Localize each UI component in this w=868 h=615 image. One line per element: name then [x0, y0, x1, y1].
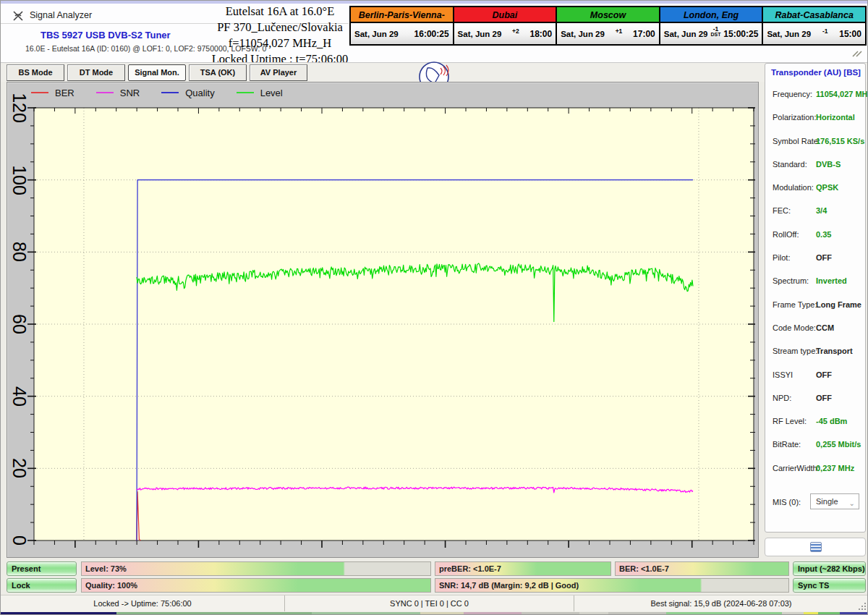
clock-utc-offset: +1 — [616, 29, 623, 34]
transponder-row: RollOff:0.35 — [765, 224, 867, 247]
transponder-field-value: 0,255 Mbit/s — [816, 440, 861, 449]
status-bar: Locked -> Uptime: 75:06:00 SYNC 0 | TEI … — [1, 595, 868, 611]
transponder-field-value: 0,237 MHz — [816, 464, 854, 472]
transponder-field-label: FEC: — [773, 206, 791, 215]
header: Signal Analyzer TBS 5927 USB DVB-S2 Tune… — [1, 4, 868, 62]
sliver-segment — [522, 612, 579, 615]
clock-utc-offset: +2 — [512, 29, 519, 34]
transponder-field-value: OFF — [816, 394, 832, 402]
transponder-field-value: CCM — [816, 323, 834, 332]
clock-date: Sat, Jun 29 — [458, 30, 502, 38]
transponder-field-value: Long Frame — [816, 300, 861, 309]
clock-time: 15:00 — [839, 29, 861, 39]
level-line-swatch — [237, 92, 254, 93]
legend-item-quality: Quality — [161, 88, 214, 98]
transponder-field-value: DVB-S — [816, 160, 841, 169]
clock-city-label: London, Eng — [660, 7, 762, 23]
tab-bs-mode[interactable]: BS Mode — [7, 64, 64, 81]
transponder-field-label: Polarization: — [773, 113, 817, 122]
transponder-field-label: CarrierWidth: — [773, 464, 820, 472]
clock-city-label: Rabat-Casablanca — [763, 7, 865, 23]
background-window-sliver — [1, 612, 868, 615]
transponder-panel: Transponder (AU) [BS] Frequency:11054,02… — [765, 63, 866, 533]
clock-time: 18:00 — [529, 29, 552, 39]
clock-time: 17:00 — [633, 29, 655, 39]
transponder-field-label: Modulation: — [773, 183, 814, 192]
y-axis-tick-label: 100 — [9, 165, 30, 195]
transponder-row: Code Mode:CCM — [765, 318, 867, 341]
clock-dubai: Dubai Sat, Jun 29 +2 18:00 — [454, 7, 558, 44]
transponder-row: Pilot:OFF — [765, 247, 867, 271]
clock-city-label: Moscow — [557, 7, 659, 23]
site-name: PF 370_Lučenec/Slovakia — [209, 20, 351, 35]
present-indicator[interactable]: Present — [7, 561, 77, 576]
tab-signal-mon[interactable]: Signal Mon. — [128, 64, 186, 81]
transponder-rows: Frequency:11054,027 MHzPolarization:Hori… — [765, 84, 867, 481]
transponder-row: Spectrum:Inverted — [765, 271, 867, 294]
transponder-field-label: Spectrum: — [773, 276, 809, 285]
mis-select[interactable]: Single ⌄ — [810, 493, 859, 509]
transponder-field-label: RF Level: — [773, 417, 807, 425]
transponder-field-label: Pilot: — [773, 253, 790, 262]
transponder-row: Polarization:Horizontal — [765, 107, 867, 130]
clock-date: Sat, Jun 29 — [767, 30, 811, 38]
signal-analyzer-window: Signal Analyzer TBS 5927 USB DVB-S2 Tune… — [0, 0, 868, 615]
transponder-row: Frame Type:Long Frame — [765, 294, 867, 318]
clock-body: Sat, Jun 29 +1 17:00 — [557, 23, 659, 44]
sliver-segment — [782, 612, 804, 615]
sync-ts-indicator[interactable]: Sync TS — [793, 578, 866, 593]
series-ber-line — [137, 492, 140, 540]
series-quality-line — [137, 180, 693, 540]
transponder-row: Symbol Rate:176,515 KS/s — [765, 131, 867, 154]
clock-date: Sat, Jun 29 — [354, 30, 399, 38]
transponder-field-label: Code Mode: — [773, 323, 816, 332]
transponder-row: ISSYIOFF — [765, 365, 867, 388]
transponder-field-label: RollOff: — [773, 230, 799, 239]
mis-label: MIS (0): — [773, 498, 801, 506]
resize-grip-dots — [858, 602, 867, 611]
tab-tsa[interactable]: TSA (OK) — [189, 64, 247, 81]
transponder-panel-title: Transponder (AU) [BS] — [771, 68, 861, 77]
list-icon — [810, 542, 822, 552]
device-title: TBS 5927 USB DVB-S2 Tuner — [41, 30, 171, 41]
sliver-segment — [312, 612, 420, 615]
status-sync-counters: SYNC 0 | TEI 0 | CC 0 — [285, 595, 574, 611]
transponder-field-label: BitRate: — [773, 440, 801, 449]
transponder-field-label: NPD: — [773, 394, 791, 402]
app-icon — [12, 10, 24, 25]
series-snr-line — [137, 487, 693, 493]
clock-moscow: Moscow Sat, Jun 29 +1 17:00 — [557, 7, 660, 44]
transponder-row: Modulation:QPSK — [765, 177, 867, 200]
sliver-segment — [420, 612, 464, 615]
mis-selected-value: Single — [816, 497, 838, 506]
tab-dt-mode[interactable]: DT Mode — [67, 64, 125, 81]
input-indicator[interactable]: Input (~282 Kbps) — [793, 561, 866, 576]
y-axis-tick-label: 0 — [9, 535, 30, 546]
level-bar: Level: 73% — [81, 561, 431, 576]
status-best-signal: Best signal: 15,9 dB (2024-06-28 07:03) — [574, 595, 868, 611]
satellite-name: Eutelsat 16A at 16.0°E — [209, 4, 351, 20]
legend-item-snr: SNR — [96, 88, 140, 98]
tab-av-player[interactable]: AV Player — [250, 64, 307, 81]
transponder-list-button[interactable] — [765, 538, 866, 556]
transponder-field-label: Frame Type: — [773, 300, 817, 309]
lock-indicator[interactable]: Lock — [7, 578, 77, 593]
transponder-field-value: Transport — [816, 347, 853, 355]
legend-item-ber: BER — [31, 88, 75, 98]
transponder-field-label: Symbol Rate: — [773, 137, 820, 145]
quality-line-swatch — [161, 92, 179, 93]
clock-berlin: Berlin-Paris-Vienna-Roma Sat, Jun 29 16:… — [351, 7, 454, 44]
y-axis-tick-label: 120 — [9, 93, 30, 123]
sliver-segment — [804, 612, 818, 615]
clock-london: London, Eng Sat, Jun 29 -1DST 15:00:25 — [660, 7, 764, 44]
transponder-row: Frequency:11054,027 MHz — [765, 84, 867, 107]
resize-grip-icon — [851, 47, 863, 60]
clock-body: Sat, Jun 29 -1 15:00 — [763, 23, 865, 44]
satellite-info-block: Eutelsat 16A at 16.0°E PF 370_Lučenec/Sl… — [209, 4, 351, 67]
transponder-field-value: OFF — [816, 253, 832, 262]
sliver-segment — [608, 612, 666, 615]
sliver-segment — [1, 612, 116, 615]
window-title: Signal Analyzer — [30, 10, 92, 20]
y-axis-tick-label: 80 — [9, 242, 30, 262]
clock-date: Sat, Jun 29 — [664, 30, 708, 38]
